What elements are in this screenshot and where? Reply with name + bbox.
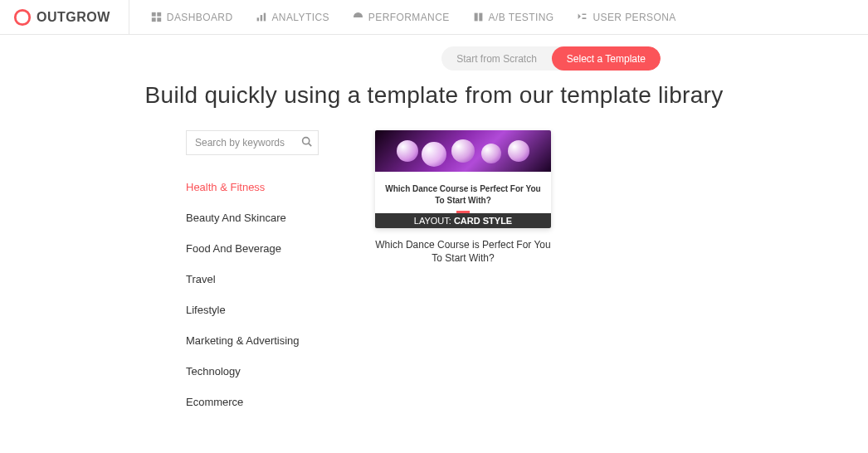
- performance-icon: [353, 12, 363, 22]
- svg-rect-8: [474, 13, 477, 22]
- mode-toggle: Start from Scratch Select a Template: [441, 46, 661, 71]
- logo[interactable]: OUTGROW: [13, 0, 129, 34]
- template-card-body: Which Dance Course is Perfect For You To…: [375, 172, 551, 206]
- content: Health & Fitness Beauty And Skincare Foo…: [0, 109, 868, 417]
- header: OUTGROW DASHBOARD ANALYTICS PERFORMANCE …: [0, 0, 868, 35]
- main-nav: DASHBOARD ANALYTICS PERFORMANCE A/B TEST…: [151, 12, 676, 23]
- category-beauty-skincare[interactable]: Beauty And Skincare: [186, 202, 319, 233]
- svg-rect-5: [257, 17, 259, 21]
- svg-rect-1: [152, 12, 156, 17]
- nav-user-persona-label: USER PERSONA: [592, 12, 675, 23]
- logo-text: OUTGROW: [37, 10, 110, 25]
- svg-line-11: [309, 144, 311, 146]
- svg-rect-4: [157, 17, 161, 22]
- svg-rect-7: [264, 13, 266, 22]
- template-card-footer-value: CARD STYLE: [454, 216, 512, 226]
- category-technology[interactable]: Technology: [186, 356, 319, 387]
- ab-testing-icon: [473, 12, 484, 22]
- nav-ab-testing-label: A/B TESTING: [489, 12, 554, 23]
- nav-ab-testing[interactable]: A/B TESTING: [473, 12, 554, 23]
- template-card-caption: Which Dance Course is Perfect For You To…: [375, 238, 551, 265]
- svg-rect-2: [157, 12, 161, 17]
- outgrow-logo-icon: [13, 8, 32, 27]
- start-from-scratch-button[interactable]: Start from Scratch: [441, 46, 552, 71]
- nav-performance[interactable]: PERFORMANCE: [353, 12, 450, 23]
- sidebar: Health & Fitness Beauty And Skincare Foo…: [186, 130, 319, 417]
- select-template-button[interactable]: Select a Template: [552, 46, 661, 71]
- category-food-beverage[interactable]: Food And Beverage: [186, 233, 319, 264]
- svg-rect-3: [152, 17, 156, 22]
- nav-analytics-label: ANALYTICS: [271, 12, 329, 23]
- template-card-footer-label: LAYOUT:: [414, 216, 454, 226]
- template-grid: Which Dance Course is Perfect For You To…: [375, 130, 551, 417]
- category-marketing-advertising[interactable]: Marketing & Advertising: [186, 325, 319, 356]
- nav-dashboard[interactable]: DASHBOARD: [151, 12, 233, 23]
- template-card-footer: LAYOUT: CARD STYLE: [375, 213, 551, 228]
- search-input[interactable]: [186, 130, 319, 155]
- category-ecommerce[interactable]: Ecommerce: [186, 387, 319, 417]
- page-title: Build quickly using a template from our …: [0, 82, 868, 109]
- user-persona-icon: [577, 12, 588, 22]
- svg-point-10: [303, 138, 310, 144]
- category-list: Health & Fitness Beauty And Skincare Foo…: [186, 172, 319, 417]
- nav-performance-label: PERFORMANCE: [368, 12, 450, 23]
- mode-toggle-row: Start from Scratch Select a Template: [0, 35, 868, 71]
- nav-dashboard-label: DASHBOARD: [167, 12, 233, 23]
- analytics-icon: [256, 12, 266, 22]
- svg-rect-6: [261, 15, 262, 21]
- nav-analytics[interactable]: ANALYTICS: [256, 12, 329, 23]
- search-icon[interactable]: [301, 135, 312, 150]
- template-card[interactable]: Which Dance Course is Perfect For You To…: [375, 130, 551, 228]
- svg-rect-9: [479, 13, 482, 22]
- template-card-image: [375, 130, 551, 172]
- category-lifestyle[interactable]: Lifestyle: [186, 295, 319, 325]
- category-travel[interactable]: Travel: [186, 264, 319, 295]
- dashboard-icon: [151, 12, 162, 22]
- nav-user-persona[interactable]: USER PERSONA: [577, 12, 675, 23]
- search-wrap: [186, 130, 319, 155]
- category-health-fitness[interactable]: Health & Fitness: [186, 172, 319, 202]
